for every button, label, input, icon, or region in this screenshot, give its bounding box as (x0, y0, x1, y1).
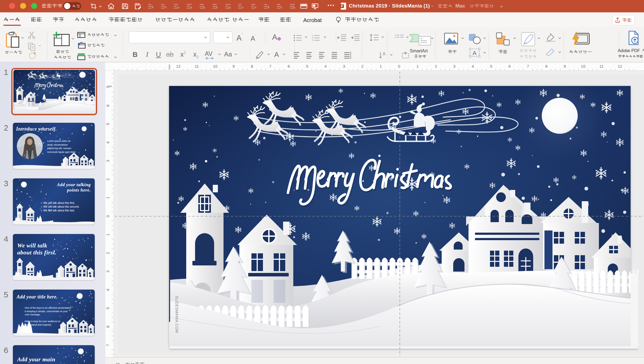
svg-text:4: 4 (472, 64, 474, 69)
svg-text:12: 12 (176, 64, 181, 69)
svg-text:4: 4 (105, 141, 110, 143)
svg-text:1: 1 (105, 197, 110, 199)
svg-text:2: 2 (105, 252, 110, 254)
svg-text:1: 1 (105, 233, 110, 236)
svg-text:A: A (383, 52, 386, 56)
svg-text:5: 5 (105, 307, 110, 309)
svg-text:6: 6 (508, 64, 511, 69)
svg-text:10: 10 (581, 64, 586, 69)
svg-text:2: 2 (361, 64, 363, 69)
svg-text:8: 8 (545, 64, 547, 69)
svg-text:6: 6 (288, 64, 290, 69)
svg-text:7: 7 (527, 64, 529, 69)
svg-text:1: 1 (380, 64, 382, 69)
svg-text:11: 11 (599, 64, 604, 69)
svg-text:7: 7 (269, 64, 271, 69)
svg-text:8: 8 (251, 64, 253, 69)
svg-text:7: 7 (105, 344, 110, 346)
svg-text:6: 6 (105, 326, 110, 328)
svg-text:9: 9 (232, 64, 235, 69)
svg-text:0: 0 (105, 215, 110, 217)
svg-text:5: 5 (105, 123, 110, 125)
svg-text:0: 0 (398, 64, 400, 69)
svg-text:9: 9 (564, 64, 566, 69)
svg-text:3: 3 (105, 270, 110, 272)
svg-text:2: 2 (435, 64, 437, 69)
svg-text:1: 1 (416, 64, 419, 69)
svg-text:2: 2 (105, 178, 110, 181)
svg-text:AV: AV (205, 51, 213, 57)
svg-text:P: P (341, 5, 343, 8)
svg-text:SLIDESMANIA.COM: SLIDESMANIA.COM (14, 105, 15, 111)
svg-text:5: 5 (306, 64, 308, 69)
svg-text:3: 3 (343, 64, 345, 69)
svg-text:SLIDESMANIA.COM: SLIDESMANIA.COM (175, 296, 179, 333)
svg-text:5: 5 (490, 64, 492, 69)
svg-text:6: 6 (105, 104, 110, 107)
svg-text:4: 4 (324, 64, 327, 69)
svg-text:A: A (473, 50, 477, 56)
svg-text:3: 3 (453, 64, 455, 69)
svg-text:10: 10 (213, 64, 217, 69)
svg-text:12: 12 (618, 64, 622, 69)
svg-text:11: 11 (195, 64, 199, 69)
svg-text:7: 7 (105, 86, 110, 88)
svg-text:3: 3 (105, 160, 110, 162)
svg-text:3: 3 (312, 39, 313, 41)
svg-text:4: 4 (105, 289, 110, 291)
